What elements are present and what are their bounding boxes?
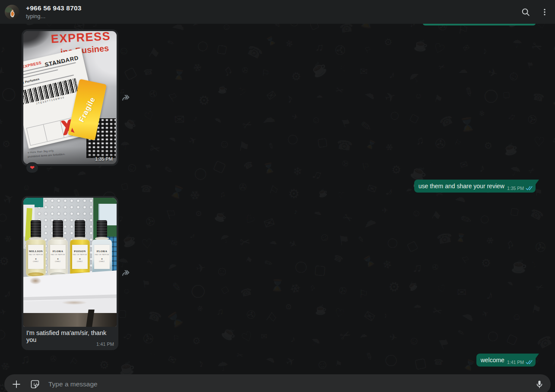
- table-stain: [29, 277, 41, 285]
- contact-name: +966 56 943 8703: [26, 4, 82, 12]
- menu-button[interactable]: [536, 3, 553, 21]
- perfume-bottle: FLORA EAU DE PARFUM ✦ CHEZ: [48, 220, 68, 277]
- forward-icon: [121, 268, 131, 278]
- fleur-icon: ✦: [28, 258, 44, 260]
- perfume-bottle: FLORA EAU DE PARFUM ✦ CHEZ: [92, 220, 112, 277]
- incoming-photo-message-perfumes[interactable]: MILLION EAU DE PARFUM ✦ CHEZ FLORA EAU D…: [22, 196, 118, 350]
- message-time: 1:41 PM: [96, 341, 114, 347]
- bottle-label: FLORA EAU DE PARFUM ✦ CHEZ: [94, 245, 110, 269]
- bottle-label: MILLION EAU DE PARFUM ✦ CHEZ: [28, 245, 44, 269]
- message-time: 1:35 PM: [95, 156, 113, 161]
- incoming-photo-message-package[interactable]: EXPRESS ine Busines J&T EXPRESS STANDARD…: [22, 29, 118, 166]
- fleur-icon: ✦: [72, 258, 88, 260]
- read-receipt-double-check-icon: [525, 360, 533, 365]
- package-photo[interactable]: EXPRESS ine Busines J&T EXPRESS STANDARD…: [23, 31, 117, 164]
- message-time: 1:35 PM: [507, 186, 524, 191]
- plus-icon: [12, 379, 21, 389]
- message-input[interactable]: [48, 380, 532, 388]
- photo-bottom-shade: [23, 147, 117, 164]
- bottle-cap: [53, 220, 63, 237]
- perfume-bottle: POISON EAU DE PARFUM ✦ CHEZ: [70, 220, 90, 277]
- outgoing-message-welcome[interactable]: welcome 1:41 PM: [476, 354, 536, 367]
- kebab-menu-icon: [540, 8, 549, 16]
- typing-status: typing…: [26, 13, 82, 19]
- chat-header: +966 56 943 8703 typing…: [0, 0, 555, 24]
- contact-info[interactable]: +966 56 943 8703 typing…: [26, 4, 82, 19]
- message-composer: [4, 374, 551, 392]
- contact-avatar[interactable]: [5, 5, 19, 19]
- message-text: use them and share your review: [419, 183, 504, 190]
- reaction-badge[interactable]: ❤: [26, 162, 38, 173]
- bubble-tail: [536, 354, 539, 358]
- voice-message-button[interactable]: [532, 376, 547, 392]
- microphone-icon: [535, 379, 544, 389]
- floor: [23, 313, 117, 327]
- outgoing-message-review[interactable]: use them and share your review 1:35 PM: [414, 180, 536, 193]
- forward-message-button[interactable]: [121, 93, 131, 103]
- read-receipt-double-check-icon: [525, 186, 533, 191]
- bottle-cap: [31, 220, 41, 237]
- message-time: 1:41 PM: [507, 360, 524, 365]
- heart-reaction-icon: ❤: [30, 164, 35, 171]
- bottle-label: FLORA EAU DE PARFUM ✦ CHEZ: [50, 245, 66, 269]
- fragile-sticker-text: Fragile: [77, 96, 97, 124]
- forward-icon: [121, 93, 131, 103]
- bottle-cap: [97, 220, 107, 237]
- search-button[interactable]: [517, 3, 534, 21]
- perfumes-photo[interactable]: MILLION EAU DE PARFUM ✦ CHEZ FLORA EAU D…: [23, 198, 117, 327]
- bottle-label: POISON EAU DE PARFUM ✦ CHEZ: [72, 245, 88, 269]
- fleur-icon: ✦: [94, 258, 110, 260]
- fleur-icon: ✦: [50, 258, 66, 260]
- sticker-icon: [30, 379, 41, 389]
- attach-button[interactable]: [9, 376, 24, 392]
- bottle-cap: [75, 220, 85, 237]
- perfume-bottle: MILLION EAU DE PARFUM ✦ CHEZ: [26, 220, 46, 277]
- fragile-sticker-logo: [71, 128, 76, 133]
- table-front-stain: [61, 300, 87, 305]
- sticker-button[interactable]: [28, 376, 43, 392]
- bubble-tail: [536, 180, 539, 184]
- message-text: welcome: [481, 357, 504, 364]
- forward-message-button[interactable]: [121, 268, 131, 278]
- search-icon: [521, 7, 530, 17]
